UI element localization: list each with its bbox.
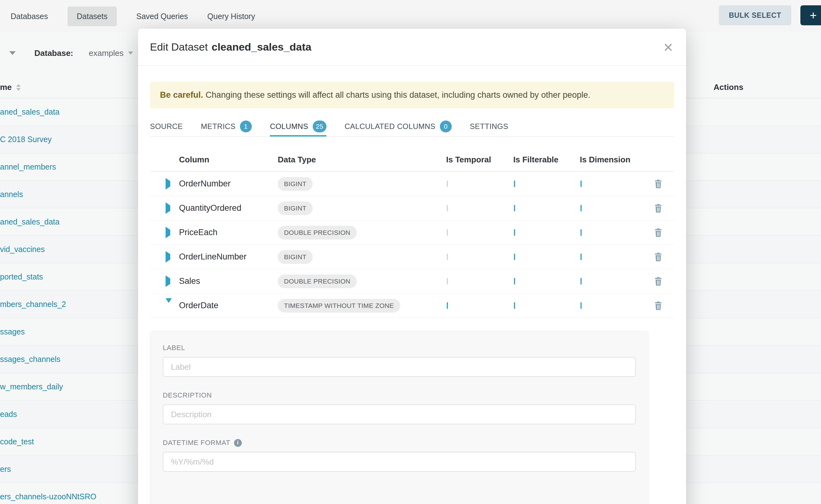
datetime-format-field-group: DATETIME FORMAT <box>163 439 636 472</box>
tab-count-badge: 25 <box>313 121 326 132</box>
data-type-pill: TIMESTAMP WITHOUT TIME ZONE <box>278 299 400 313</box>
name-column-header[interactable]: me <box>0 82 12 92</box>
add-dataset-button[interactable]: + <box>800 5 821 25</box>
is-dimension-checkbox[interactable] <box>581 205 582 211</box>
is-filterable-checkbox[interactable] <box>514 302 515 309</box>
modal-body: Be careful.Changing these settings will … <box>138 82 686 504</box>
nav-tab[interactable]: Saved Queries <box>136 7 188 26</box>
is-dimension-checkbox[interactable] <box>581 180 582 187</box>
dataset-name-link[interactable]: ers <box>0 465 11 474</box>
column-name: PriceEach <box>179 228 278 237</box>
delete-column-icon[interactable] <box>654 179 663 189</box>
is-dimension-checkbox[interactable] <box>581 254 582 260</box>
description-input[interactable] <box>163 404 636 424</box>
modal-tab-label: METRICS <box>201 122 235 131</box>
bulk-select-button[interactable]: BULK SELECT <box>719 5 791 25</box>
database-filter-select[interactable]: examples <box>89 48 133 58</box>
is-temporal-checkbox[interactable] <box>447 254 448 260</box>
info-icon[interactable] <box>234 439 242 447</box>
dataset-name-link[interactable]: aned_sales_data <box>0 217 59 226</box>
modal-tab[interactable]: COLUMNS 25 <box>270 117 326 136</box>
column-name: OrderDate <box>179 301 278 310</box>
is-filterable-checkbox[interactable] <box>514 180 515 187</box>
is-dimension-checkbox[interactable] <box>581 302 582 309</box>
dataset-name-link[interactable]: annel_members <box>0 162 56 171</box>
tab-count-badge: 0 <box>440 121 452 132</box>
is-temporal-checkbox[interactable] <box>447 205 448 211</box>
label-input[interactable] <box>163 357 636 377</box>
expand-caret-icon[interactable] <box>166 251 170 263</box>
database-filter-label: Database: <box>34 48 73 58</box>
dataset-name-link[interactable]: C 2018 Survey <box>0 135 52 144</box>
data-type-pill: DOUBLE PRECISION <box>278 274 357 288</box>
dataset-name-link[interactable]: ssages_channels <box>0 355 60 364</box>
dataset-name-link[interactable]: ssages <box>0 327 25 336</box>
data-type-header: Data Type <box>278 155 446 165</box>
top-nav: Databases Datasets Saved Queries Query H… <box>0 0 821 32</box>
dataset-name-link[interactable]: ers_channels-uzooNNtSRO <box>0 492 96 501</box>
modal-title-dataset-name: cleaned_sales_data <box>211 41 311 53</box>
expand-caret-icon[interactable] <box>166 227 170 238</box>
label-field-label: LABEL <box>163 344 636 352</box>
column-row: OrderNumber BIGINT <box>150 172 674 196</box>
column-name: Sales <box>179 276 278 286</box>
expand-caret-icon[interactable] <box>166 275 170 287</box>
column-row: Sales DOUBLE PRECISION <box>150 269 674 294</box>
dataset-name-link[interactable]: mbers_channels_2 <box>0 300 66 309</box>
modal-tab[interactable]: CALCULATED COLUMNS 0 <box>344 117 452 136</box>
dataset-name-link[interactable]: aned_sales_data <box>0 107 59 116</box>
chevron-down-icon[interactable] <box>9 51 16 55</box>
sort-icon[interactable] <box>16 84 21 91</box>
dataset-name-link[interactable]: w_members_daily <box>0 382 63 391</box>
is-filterable-header: Is Filterable <box>513 155 580 165</box>
is-temporal-checkbox[interactable] <box>447 278 448 284</box>
dataset-name-link[interactable]: eads <box>0 410 17 419</box>
caret-down-icon <box>128 52 133 55</box>
tab-count-badge: 1 <box>240 121 252 132</box>
delete-column-icon[interactable] <box>654 228 663 237</box>
is-filterable-checkbox[interactable] <box>514 278 515 284</box>
is-dimension-checkbox[interactable] <box>581 229 582 236</box>
dataset-name-link[interactable]: annels <box>0 190 23 199</box>
modal-tab[interactable]: SETTINGS <box>470 117 508 136</box>
is-filterable-checkbox[interactable] <box>514 254 515 260</box>
nav-tab[interactable]: Query History <box>207 7 255 26</box>
close-icon[interactable] <box>664 39 673 55</box>
is-temporal-checkbox[interactable] <box>447 229 448 236</box>
nav-tab[interactable]: Datasets <box>67 7 117 26</box>
dataset-name-link[interactable]: code_test <box>0 437 34 446</box>
filter-bar: Database: examples <box>0 44 133 62</box>
is-dimension-checkbox[interactable] <box>581 278 582 284</box>
nav-tab[interactable]: Databases <box>11 7 48 26</box>
modal-tab[interactable]: SOURCE <box>150 117 183 136</box>
modal-title: Edit Dataset <box>150 41 208 53</box>
delete-column-icon[interactable] <box>654 204 663 213</box>
modal-tab-label: SETTINGS <box>470 122 508 131</box>
is-temporal-checkbox[interactable] <box>447 302 448 309</box>
warning-banner-text: Changing these settings will affect all … <box>205 90 591 100</box>
actions-column-header: Actions <box>714 82 743 92</box>
delete-column-icon[interactable] <box>654 277 663 286</box>
modal-tab-label: COLUMNS <box>270 122 308 131</box>
dataset-name-link[interactable]: vid_vaccines <box>0 245 45 254</box>
modal-tab-label: SOURCE <box>150 122 183 131</box>
expand-caret-icon[interactable] <box>166 178 170 190</box>
is-filterable-checkbox[interactable] <box>514 205 515 211</box>
delete-column-icon[interactable] <box>654 301 663 310</box>
is-temporal-header: Is Temporal <box>446 155 513 165</box>
warning-banner: Be careful.Changing these settings will … <box>150 82 674 108</box>
is-filterable-checkbox[interactable] <box>514 229 515 236</box>
data-type-pill: BIGINT <box>278 177 313 191</box>
datetime-format-input[interactable] <box>163 452 636 472</box>
delete-column-icon[interactable] <box>654 252 663 262</box>
columns-table-rows: OrderNumber BIGINT QuantityOrdere <box>150 172 674 318</box>
is-temporal-checkbox[interactable] <box>447 180 448 187</box>
modal-tabs: SOURCE METRICS 1 COLUMNS 25 CALCULATED C… <box>150 117 674 137</box>
dataset-name-link[interactable]: ported_stats <box>0 272 43 281</box>
column-name: OrderNumber <box>179 179 278 189</box>
modal-tab[interactable]: METRICS 1 <box>201 117 252 136</box>
data-type-pill: BIGINT <box>278 201 313 215</box>
edit-dataset-modal: Edit Dataset cleaned_sales_data Be caref… <box>138 29 686 504</box>
expand-caret-icon[interactable] <box>166 298 172 308</box>
expand-caret-icon[interactable] <box>166 202 170 214</box>
